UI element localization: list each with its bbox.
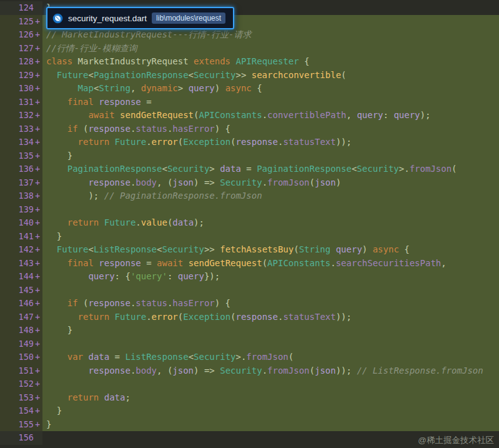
code-token: ) { (215, 298, 230, 308)
code-token: response (99, 258, 141, 268)
code-token: ( (452, 164, 457, 174)
code-token: return (67, 392, 99, 402)
code-token: Map (78, 83, 94, 93)
diff-added-marker: + (34, 404, 41, 418)
code-token: )); (336, 137, 352, 147)
file-tooltip[interactable]: security_request.dart lib\modules\reques… (46, 7, 234, 29)
code-line: 137+ response.body, (json) => Security.f… (0, 176, 499, 190)
diff-added-marker: + (34, 377, 41, 391)
code-token: < (189, 70, 194, 80)
code-token: ( (230, 312, 235, 322)
code-token: ); (194, 217, 204, 227)
code-token: ) => (194, 177, 220, 187)
code-token: APIConstants (267, 258, 330, 268)
code-token: PaginationResponse (257, 164, 352, 174)
code-token: body (136, 366, 157, 376)
code-token: response (88, 366, 130, 376)
diff-added-marker: + (34, 311, 41, 324)
code-token (99, 392, 104, 402)
diff-added-marker: + (34, 351, 41, 364)
code-text: } (42, 324, 499, 337)
code-token: var (67, 352, 83, 362)
code-line: 128+class MarketIndustryRequest extends … (0, 55, 499, 69)
code-token: query (393, 110, 420, 120)
code-line: 155+} (0, 418, 499, 432)
code-token: extends (194, 56, 230, 66)
code-token (109, 137, 114, 147)
code-token: fromJson (410, 164, 452, 174)
code-token: query (88, 271, 114, 281)
line-gutter: 144+ (0, 270, 42, 284)
line-gutter: 132+ (0, 109, 42, 122)
code-token: { (252, 83, 262, 93)
diff-added-marker: + (34, 324, 41, 337)
code-token: >. (236, 352, 247, 362)
code-token: Security (162, 244, 204, 254)
line-gutter: 137+ (0, 176, 42, 190)
line-gutter: 150+ (0, 351, 42, 364)
code-token: dynamic (141, 83, 178, 93)
code-token (115, 110, 120, 120)
line-gutter: 153+ (0, 391, 42, 405)
code-text: Future<ListResponse<Security>> fetchAsse… (42, 243, 499, 257)
code-text: return data; (42, 391, 499, 405)
line-number: 151 (19, 364, 34, 378)
code-token: json (315, 177, 336, 187)
line-gutter: 140+ (0, 216, 42, 230)
code-line: 138+ ); // PaginationResponse.fromJson (0, 189, 499, 203)
code-token: json (172, 177, 194, 187)
code-token: data (172, 217, 194, 227)
code-text: if (response.status.hasError) { (42, 122, 499, 136)
code-line: 139+ (0, 203, 499, 217)
code-token: } (46, 419, 51, 429)
line-number: 139 (19, 203, 34, 217)
code-token: { (299, 56, 310, 66)
line-gutter: 156 (0, 431, 42, 445)
line-gutter: 133+ (0, 122, 42, 136)
code-token: . (330, 258, 335, 268)
code-token: await (157, 258, 183, 268)
code-token: . (136, 217, 141, 227)
diff-added-marker: + (34, 15, 41, 29)
code-token: response (88, 298, 130, 308)
diff-added-marker: + (34, 337, 41, 351)
code-token (46, 177, 88, 187)
line-gutter: 124 (0, 1, 42, 15)
code-line: 143+ final response = await sendGetReque… (0, 257, 499, 271)
code-token: query (178, 271, 204, 281)
code-token: } (46, 231, 62, 241)
line-gutter: 141+ (0, 230, 42, 244)
line-number: 125 (19, 15, 34, 29)
code-token: ) (336, 177, 341, 187)
code-text: Map<String, dynamic> query) async { (42, 82, 499, 96)
code-token: fetchAssetsBuy (220, 244, 294, 254)
code-token: ; (125, 392, 130, 402)
code-token: status (136, 298, 167, 308)
code-token: . (146, 312, 151, 322)
code-token: // PaginationResponse.fromJson (104, 191, 262, 201)
code-token: APIConstants (199, 110, 262, 120)
code-token: fromJson (246, 352, 288, 362)
code-text (42, 284, 499, 297)
code-text: } (42, 149, 499, 163)
code-token: , (441, 258, 446, 268)
line-gutter: 125+ (0, 15, 42, 29)
code-line: 140+ return Future.value(data); (0, 216, 499, 230)
code-token: value (141, 217, 167, 227)
code-token: searchconvertible (252, 70, 341, 80)
code-token: : { (115, 271, 131, 281)
line-gutter: 142+ (0, 243, 42, 257)
diff-added-marker: + (34, 230, 41, 244)
line-number: 156 (19, 431, 34, 445)
code-editor[interactable]: 124}125+126+// MarketIndustryRequest---行… (0, 0, 499, 448)
code-token: //行情-行业-模糊查询 (46, 43, 137, 53)
line-gutter: 154+ (0, 404, 42, 418)
code-token: response (236, 312, 278, 322)
code-token: }); (204, 271, 220, 281)
code-line: 145+ (0, 284, 499, 297)
code-token: fromJson (267, 177, 309, 187)
code-token: ( (294, 244, 299, 254)
line-number: 153 (19, 391, 34, 405)
code-token: ) (362, 244, 373, 254)
line-number: 149 (19, 337, 34, 351)
